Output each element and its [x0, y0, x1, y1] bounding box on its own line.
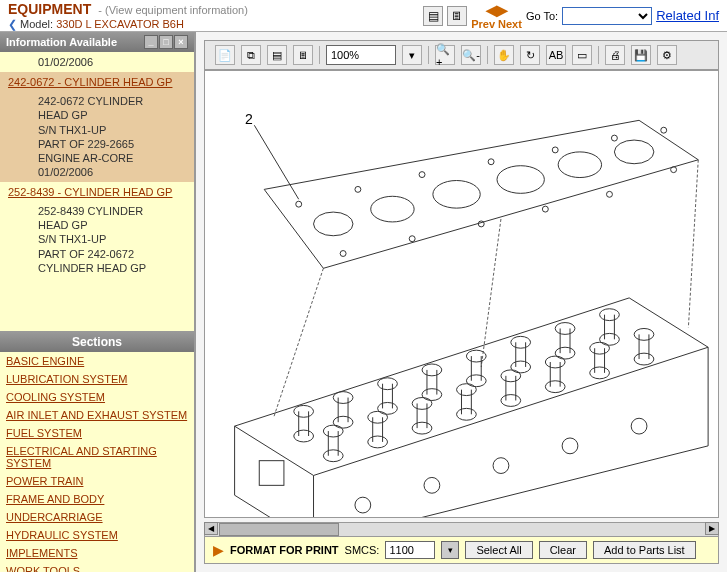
detail-line: CYLINDER HEAD GP [38, 261, 186, 275]
zoom-in-icon[interactable]: 🔍+ [435, 45, 455, 65]
separator [428, 46, 429, 64]
header-bar: EQUIPMENT - (View equipment information)… [0, 0, 727, 32]
print-icon[interactable]: 🖨 [605, 45, 625, 65]
svg-point-63 [412, 398, 432, 410]
svg-point-8 [419, 172, 425, 178]
svg-point-4 [558, 152, 601, 178]
section-link[interactable]: LUBRICATION SYSTEM [0, 370, 194, 388]
new-doc-icon[interactable]: 📄 [215, 45, 235, 65]
svg-point-80 [634, 353, 654, 365]
smcs-dropdown-icon[interactable]: ▾ [441, 541, 459, 559]
prev-label: Prev [471, 18, 495, 30]
select-all-button[interactable]: Select All [465, 541, 532, 559]
page-icon[interactable]: 🗏 [447, 6, 467, 26]
zoom-input[interactable] [326, 45, 396, 65]
close-icon[interactable]: × [174, 35, 188, 49]
info-item[interactable]: 252-8439 - CYLINDER HEAD GP [0, 182, 194, 202]
svg-point-44 [555, 347, 575, 359]
expand-arrow-icon[interactable]: ▶ [213, 542, 224, 558]
section-link[interactable]: AIR INLET AND EXHAUST SYSTEM [0, 406, 194, 424]
svg-point-55 [323, 425, 343, 437]
section-link[interactable]: UNDERCARRIAGE [0, 508, 194, 526]
section-link[interactable]: IMPLEMENTS [0, 544, 194, 562]
svg-point-87 [562, 438, 578, 454]
svg-point-7 [355, 186, 361, 192]
section-link[interactable]: BASIC ENGINE [0, 352, 194, 370]
clear-button[interactable]: Clear [539, 541, 587, 559]
detail-line: PART OF 229-2665 [38, 137, 186, 151]
part-details: 252-8439 CYLINDER HEAD GP S/N THX1-UP PA… [0, 202, 194, 277]
goto-select[interactable] [562, 7, 652, 25]
svg-point-71 [501, 370, 521, 382]
detail-line: HEAD GP [38, 108, 186, 122]
page-subtitle: - (View equipment information) [98, 4, 248, 16]
svg-point-60 [412, 422, 432, 434]
sections-header: Sections [0, 332, 194, 352]
svg-point-2 [433, 181, 480, 209]
cylinder-head-diagram [205, 71, 718, 518]
minimize-icon[interactable]: _ [144, 35, 158, 49]
section-link[interactable]: HYDRAULIC SYSTEM [0, 526, 194, 544]
zoom-out-icon[interactable]: 🔍- [461, 45, 481, 65]
svg-point-14 [409, 236, 415, 242]
separator [598, 46, 599, 64]
save-icon[interactable]: 💾 [631, 45, 651, 65]
info-item-selected[interactable]: 242-0672 - CYLINDER HEAD GP [0, 72, 194, 92]
svg-line-90 [274, 268, 323, 416]
list-icon[interactable]: ▤ [267, 45, 287, 65]
pan-icon[interactable]: ✋ [494, 45, 514, 65]
text-icon[interactable]: AB [546, 45, 566, 65]
horizontal-scrollbar[interactable]: ◀ ▶ [204, 522, 719, 536]
sections-list[interactable]: BASIC ENGINE LUBRICATION SYSTEM COOLING … [0, 352, 194, 572]
svg-point-24 [333, 416, 353, 428]
svg-point-6 [296, 201, 302, 207]
part-details: 242-0672 CYLINDER HEAD GP S/N THX1-UP PA… [0, 92, 194, 182]
section-link[interactable]: ELECTRICAL AND STARTING SYSTEM [0, 442, 194, 472]
next-label: Next [498, 18, 522, 30]
svg-point-31 [378, 378, 398, 390]
section-link[interactable]: WORK TOOLS [0, 562, 194, 572]
svg-point-17 [607, 191, 613, 197]
svg-line-19 [254, 125, 298, 199]
rotate-icon[interactable]: ↻ [520, 45, 540, 65]
separator [319, 46, 320, 64]
svg-point-18 [671, 167, 677, 173]
svg-point-59 [368, 411, 388, 423]
svg-point-86 [493, 458, 509, 474]
back-chevron[interactable]: ❮ [8, 18, 17, 30]
svg-point-84 [355, 497, 371, 513]
svg-point-68 [501, 395, 521, 407]
detail-line: 01/02/2006 [38, 165, 186, 179]
part-link[interactable]: 242-0672 - CYLINDER HEAD GP [8, 76, 172, 88]
svg-point-83 [634, 328, 654, 340]
add-to-parts-button[interactable]: Add to Parts List [593, 541, 696, 559]
info-list[interactable]: 01/02/2006 242-0672 - CYLINDER HEAD GP 2… [0, 52, 194, 332]
measure-icon[interactable]: ▭ [572, 45, 592, 65]
svg-line-91 [688, 160, 698, 328]
section-link[interactable]: POWER TRAIN [0, 472, 194, 490]
scroll-left-icon[interactable]: ◀ [204, 522, 218, 535]
related-info-link[interactable]: Related Inf [656, 8, 719, 23]
header-left: EQUIPMENT - (View equipment information)… [8, 1, 248, 31]
detail-line: 242-0672 CYLINDER [38, 94, 186, 108]
section-link[interactable]: FRAME AND BODY [0, 490, 194, 508]
doc-icon[interactable]: ▤ [423, 6, 443, 26]
svg-point-75 [545, 356, 565, 368]
scroll-thumb[interactable] [219, 523, 339, 536]
diagram-canvas[interactable]: 2 [204, 70, 719, 518]
prev-next-nav[interactable]: ◀▶ Prev Next [471, 2, 522, 30]
section-link[interactable]: FUEL SYSTEM [0, 424, 194, 442]
detail-line: S/N THX1-UP [38, 123, 186, 137]
part-link[interactable]: 252-8439 - CYLINDER HEAD GP [8, 186, 172, 198]
prefs-icon[interactable]: ⚙ [657, 45, 677, 65]
info-available-header: Information Available _ □ × [0, 32, 194, 52]
detail-line: 252-8439 CYLINDER [38, 204, 186, 218]
maximize-icon[interactable]: □ [159, 35, 173, 49]
page-icon[interactable]: 🗏 [293, 45, 313, 65]
svg-point-23 [294, 405, 314, 417]
smcs-input[interactable] [385, 541, 435, 559]
zoom-dropdown-icon[interactable]: ▾ [402, 45, 422, 65]
section-link[interactable]: COOLING SYSTEM [0, 388, 194, 406]
copy-icon[interactable]: ⧉ [241, 45, 261, 65]
scroll-right-icon[interactable]: ▶ [705, 522, 719, 535]
